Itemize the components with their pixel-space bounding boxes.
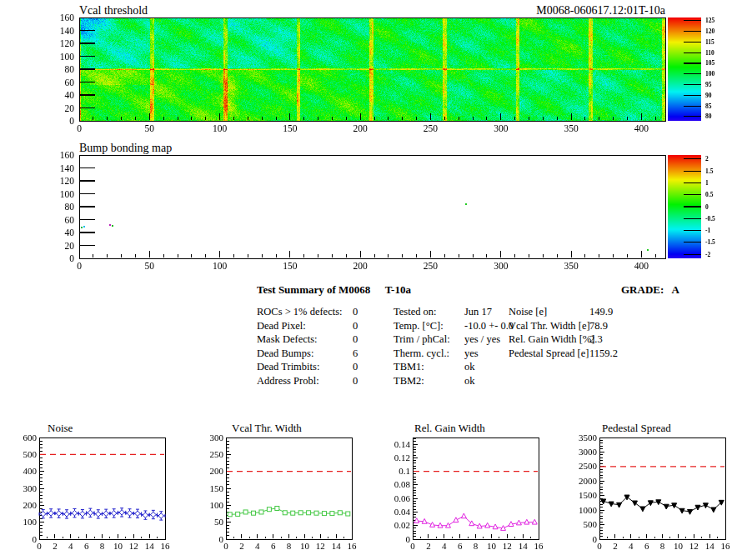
svg-text:0: 0	[77, 123, 82, 133]
svg-text:2000: 2000	[579, 476, 598, 486]
defect-row: Dead Trimbits:0	[257, 360, 390, 374]
svg-text:6: 6	[644, 541, 649, 551]
svg-text:100: 100	[60, 189, 75, 199]
svg-text:16: 16	[721, 541, 731, 551]
summary-value: 0	[353, 305, 358, 319]
summary-title: Test Summary of M0068 T-10a	[257, 283, 411, 297]
svg-text:12: 12	[316, 541, 325, 551]
svg-text:0.06: 0.06	[394, 493, 411, 503]
svg-text:40: 40	[65, 90, 75, 100]
svg-text:-0.5: -0.5	[705, 215, 715, 222]
svg-text:10: 10	[113, 541, 123, 551]
svg-text:10: 10	[487, 541, 497, 551]
svg-text:100: 100	[210, 500, 224, 510]
condition-row: Temp. [°C]:-10.0 +- 0.0	[394, 319, 510, 333]
summary-label: Tested on:	[394, 306, 437, 318]
summary-label: Dead Bumps:	[257, 348, 313, 359]
svg-text:0.02: 0.02	[394, 520, 410, 530]
summary-label: Therm. cycl.:	[394, 348, 449, 359]
svg-text:300: 300	[494, 261, 509, 271]
svg-text:120: 120	[60, 38, 75, 48]
defect-row: ROCs > 1% defects:0	[257, 305, 390, 319]
summary-label: Dead Pixel:	[257, 320, 306, 332]
svg-text:150: 150	[210, 483, 224, 493]
svg-text:90: 90	[705, 92, 712, 99]
svg-text:0: 0	[77, 261, 82, 271]
svg-text:3500: 3500	[579, 432, 598, 442]
summary-value: 0	[353, 360, 358, 374]
summary-value: 0	[353, 374, 358, 388]
svg-text:0: 0	[406, 534, 411, 544]
svg-text:6: 6	[458, 541, 463, 551]
svg-text:80: 80	[705, 112, 712, 120]
condition-row: Trim / phCal:yes / yes	[394, 332, 510, 347]
svg-text:14: 14	[705, 541, 715, 551]
module-id-label: M0068-060617.12:01T-10a	[536, 4, 665, 18]
summary-title-text: Test Summary of M0068	[257, 283, 370, 296]
svg-text:0: 0	[33, 534, 38, 544]
svg-text:0: 0	[223, 541, 228, 551]
svg-text:6: 6	[271, 541, 276, 551]
svg-text:115: 115	[705, 38, 714, 46]
summary-label: Pedestal Spread [e]	[509, 348, 589, 359]
svg-text:10: 10	[300, 541, 310, 551]
summary-value: 6	[353, 347, 358, 361]
svg-text:200: 200	[23, 500, 38, 510]
summary-defects-column: ROCs > 1% defects:0Dead Pixel:0Mask Defe…	[257, 305, 390, 388]
svg-text:250: 250	[424, 261, 439, 271]
summary-label: Temp. [°C]:	[394, 320, 444, 332]
svg-text:0: 0	[705, 203, 709, 211]
summary-value: ok	[464, 374, 475, 388]
svg-text:20: 20	[65, 241, 75, 251]
vcal-width-chart-title: Vcal Thr. Width	[232, 422, 302, 435]
svg-text:20: 20	[65, 103, 75, 113]
svg-text:2500: 2500	[579, 461, 598, 471]
summary-variant: T-10a	[385, 283, 411, 296]
svg-text:100: 100	[213, 261, 228, 271]
summary-value: 1159.2	[589, 347, 618, 361]
result-row: Noise [e]149.9	[509, 305, 642, 319]
svg-text:8: 8	[474, 541, 479, 551]
svg-text:-2: -2	[705, 251, 710, 258]
svg-text:1.5: 1.5	[705, 168, 714, 175]
svg-text:300: 300	[494, 123, 509, 133]
gain-width-chart-title: Rel. Gain Width	[414, 422, 485, 435]
svg-text:95: 95	[705, 81, 712, 88]
summary-value: yes / yes	[464, 332, 500, 347]
svg-text:600: 600	[23, 432, 38, 442]
svg-text:50: 50	[214, 517, 224, 527]
pedestal-chart-title: Pedestal Spread	[602, 422, 671, 435]
svg-text:10: 10	[674, 541, 684, 551]
svg-text:4: 4	[442, 541, 447, 551]
svg-text:0.5: 0.5	[705, 191, 714, 198]
svg-text:4: 4	[255, 541, 260, 551]
svg-text:200: 200	[353, 123, 368, 133]
svg-text:100: 100	[60, 52, 75, 62]
svg-text:60: 60	[65, 78, 75, 88]
summary-value: 78.9	[589, 319, 608, 333]
svg-text:250: 250	[424, 123, 439, 133]
svg-text:0.1: 0.1	[399, 466, 410, 476]
svg-text:4: 4	[629, 541, 634, 551]
svg-text:80: 80	[65, 64, 75, 74]
summary-value: ok	[464, 360, 475, 374]
svg-text:400: 400	[634, 123, 649, 133]
svg-text:14: 14	[332, 541, 342, 551]
svg-text:160: 160	[60, 150, 75, 160]
svg-text:14: 14	[145, 541, 155, 551]
svg-text:105: 105	[705, 59, 715, 67]
svg-text:120: 120	[60, 176, 75, 186]
result-row: Vcal Thr. Width [e]78.9	[509, 319, 642, 333]
svg-text:-1.5: -1.5	[705, 238, 715, 246]
result-row: Rel. Gain Width [%]2.3	[509, 332, 642, 347]
svg-text:0: 0	[219, 534, 224, 544]
defect-row: Dead Pixel:0	[257, 319, 390, 333]
svg-text:110: 110	[705, 49, 714, 57]
svg-text:150: 150	[283, 261, 298, 271]
vcal-colorbar	[668, 18, 701, 121]
summary-label: Noise [e]	[509, 306, 547, 318]
svg-text:2: 2	[239, 541, 244, 551]
summary-value: 0	[353, 332, 358, 347]
summary-label: Mask Defects:	[257, 333, 318, 345]
svg-text:350: 350	[564, 123, 579, 133]
